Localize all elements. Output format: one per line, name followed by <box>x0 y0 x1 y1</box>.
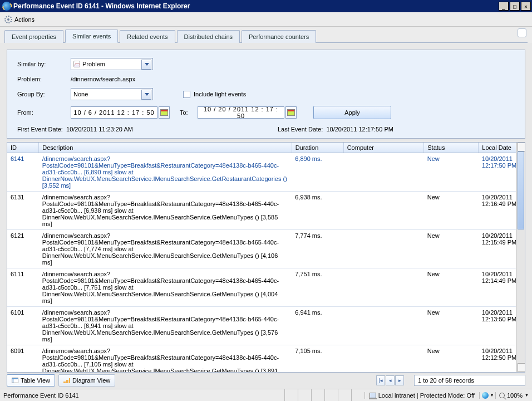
table-row[interactable]: 6091/dinnernow/search.aspx?PostalCode=98… <box>7 345 525 373</box>
window-title: Performance Event ID 6141 - Windows Inte… <box>13 2 499 10</box>
cell-id: 6111 <box>7 268 39 307</box>
similar-by-combo[interactable]: Problem <box>71 58 153 70</box>
header-duration[interactable]: Duration <box>292 143 343 153</box>
cell-id: 6131 <box>7 192 39 230</box>
cell-computer <box>343 192 424 230</box>
group-by-label: Group By: <box>17 91 71 97</box>
maximize-button[interactable]: □ <box>510 2 520 11</box>
problem-value: /dinnernow/search.aspx <box>71 76 135 82</box>
last-event-date: Last Event Date: 10/20/2011 12:17:50 PM <box>278 126 393 133</box>
cell-status: New <box>424 230 479 268</box>
similar-by-label: Similar by: <box>17 61 71 67</box>
view-bar: Table View Diagram View |◂ ◂ ▸ 1 to 20 o… <box>7 374 525 387</box>
cell-status: New <box>424 345 479 373</box>
filter-panel: Similar by: Problem Problem: /dinnernow/… <box>7 50 525 139</box>
actions-bar: Actions <box>0 12 532 27</box>
cell-description: /dinnernow/search.aspx?PostalCode=98101&… <box>39 345 292 373</box>
table-header-row: ID Description Duration Computer Status … <box>7 143 525 153</box>
cell-id: 6101 <box>7 307 39 345</box>
include-light-events-label: Include light events <box>194 91 246 97</box>
globe-icon <box>482 392 489 399</box>
tab-similar-events[interactable]: Similar events <box>65 30 118 43</box>
cell-computer <box>343 230 424 268</box>
cell-duration: 7,774 ms. <box>292 230 343 268</box>
vertical-scrollbar[interactable] <box>516 143 525 372</box>
from-datetime-input[interactable]: 10 / 6 / 2011 12 : 17 : 50 <box>71 106 157 119</box>
page-first-button[interactable]: |◂ <box>376 375 385 385</box>
cell-description: /dinnernow/search.aspx?PostalCode=98101&… <box>39 268 292 307</box>
tab-distributed-chains[interactable]: Distributed chains <box>177 30 240 43</box>
tab-related-events[interactable]: Related events <box>120 30 175 43</box>
status-bar: Performance Event ID 6141 Local intranet… <box>0 389 532 401</box>
cell-computer <box>343 345 424 373</box>
table-view-button[interactable]: Table View <box>7 374 55 387</box>
status-security[interactable]: ▾ <box>479 392 495 399</box>
close-button[interactable]: ✕ <box>521 2 531 11</box>
cell-computer <box>343 307 424 345</box>
key-icon <box>73 61 80 67</box>
cell-status: New <box>424 192 479 230</box>
header-description[interactable]: Description <box>39 143 292 153</box>
page-next-button[interactable]: ▸ <box>395 375 404 385</box>
cell-description: /dinnernow/search.aspx?PostalCode=98101&… <box>39 230 292 268</box>
scrollbar-thumb[interactable] <box>518 151 524 229</box>
cell-duration: 7,751 ms. <box>292 268 343 307</box>
table-icon <box>12 378 18 383</box>
status-text: Performance Event ID 6141 <box>0 392 284 399</box>
tab-event-properties[interactable]: Event properties <box>4 30 63 43</box>
cell-description: /dinnernow/search.aspx?PostalCode=98101&… <box>39 153 292 192</box>
from-calendar-button[interactable] <box>159 106 170 119</box>
from-label: From: <box>17 109 71 116</box>
header-computer[interactable]: Computer <box>343 143 424 153</box>
first-event-date: First Event Date: 10/20/2011 11:23:20 AM <box>17 126 133 133</box>
cell-id: 6141 <box>7 153 39 192</box>
to-datetime-input[interactable]: 10 / 20 / 2011 12 : 17 : 50 <box>198 106 284 119</box>
include-light-events-checkbox[interactable] <box>183 91 190 98</box>
tabs-container: Event properties Similar events Related … <box>0 27 532 43</box>
pager: |◂ ◂ ▸ <box>376 375 404 385</box>
group-by-value: None <box>73 91 88 97</box>
gear-icon <box>4 16 12 23</box>
ie-icon <box>2 2 11 11</box>
diagram-view-button[interactable]: Diagram View <box>58 374 115 387</box>
table-row[interactable]: 6111/dinnernow/search.aspx?PostalCode=98… <box>7 268 525 307</box>
chevron-down-icon <box>145 93 149 98</box>
apply-button[interactable]: Apply <box>313 106 391 119</box>
help-icon[interactable] <box>518 28 526 37</box>
window-titlebar: Performance Event ID 6141 - Windows Inte… <box>0 0 532 12</box>
cell-duration: 6,941 ms. <box>292 307 343 345</box>
cell-status: New <box>424 268 479 307</box>
table-row[interactable]: 6101/dinnernow/search.aspx?PostalCode=98… <box>7 307 525 345</box>
status-zoom[interactable]: 100% ▼ <box>495 392 532 399</box>
cell-computer <box>343 268 424 307</box>
chevron-down-icon <box>145 63 149 68</box>
header-status[interactable]: Status <box>424 143 479 153</box>
header-id[interactable]: ID <box>7 143 39 153</box>
actions-link[interactable]: Actions <box>14 16 35 23</box>
cell-id: 6121 <box>7 230 39 268</box>
magnifier-icon <box>499 393 505 398</box>
problem-label: Problem: <box>17 76 71 82</box>
table-row[interactable]: 6131/dinnernow/search.aspx?PostalCode=98… <box>7 192 525 230</box>
computer-icon <box>370 393 376 398</box>
to-calendar-button[interactable] <box>285 106 297 119</box>
group-by-combo[interactable]: None <box>71 88 153 100</box>
results-table-container: ID Description Duration Computer Status … <box>7 142 525 373</box>
cell-description: /dinnernow/search.aspx?PostalCode=98101&… <box>39 192 292 230</box>
table-row[interactable]: 6121/dinnernow/search.aspx?PostalCode=98… <box>7 230 525 268</box>
cell-description: /dinnernow/search.aspx?PostalCode=98101&… <box>39 307 292 345</box>
cell-duration: 6,890 ms. <box>292 153 343 192</box>
cell-id: 6091 <box>7 345 39 373</box>
tab-performance-counters[interactable]: Performance counters <box>242 30 316 43</box>
bar-chart-icon <box>63 378 70 383</box>
cell-computer <box>343 153 424 192</box>
status-zone[interactable]: Local intranet | Protected Mode: Off <box>364 392 479 399</box>
cell-status: New <box>424 153 479 192</box>
cell-status: New <box>424 307 479 345</box>
results-table: ID Description Duration Computer Status … <box>7 143 525 373</box>
minimize-button[interactable]: _ <box>499 2 509 11</box>
records-text: 1 to 20 of 58 records <box>414 375 525 386</box>
similar-by-value: Problem <box>82 61 105 67</box>
page-prev-button[interactable]: ◂ <box>386 375 395 385</box>
table-row[interactable]: 6141/dinnernow/search.aspx?PostalCode=98… <box>7 153 525 192</box>
